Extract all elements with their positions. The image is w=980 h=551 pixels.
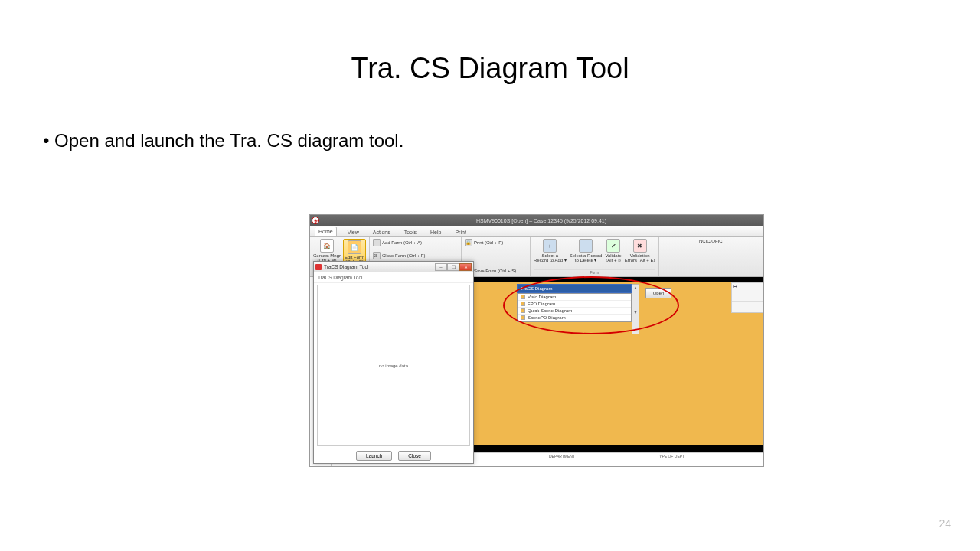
tab-print[interactable]: Print xyxy=(452,228,469,236)
save-button[interactable]: 💾Save Form (Ctrl + S) xyxy=(465,267,527,275)
app-titlebar: ❋ HSMV90010S [Open] – Case 12345 (9/25/2… xyxy=(310,215,763,226)
dropdown-scrollbar[interactable]: ▲▼ xyxy=(632,284,639,334)
dropdown-list[interactable]: Visio Diagram FPD Diagram Quick Scene Di… xyxy=(517,293,632,322)
dropdown-item[interactable]: Quick Scene Diagram xyxy=(518,308,631,315)
diagram-tool-dialog: TraCS Diagram Tool – ☐ ✕ TraCS Diagram T… xyxy=(313,261,474,464)
tab-actions[interactable]: Actions xyxy=(370,228,394,236)
close-form-button[interactable]: ⊘Close Form (Ctrl + F) xyxy=(373,252,458,259)
screenshot: ❋ HSMV90010S [Open] – Case 12345 (9/25/2… xyxy=(309,214,764,467)
tab-help[interactable]: Help xyxy=(427,228,444,236)
ribbon-group-form-label: Form xyxy=(534,269,655,275)
print-button[interactable]: 🔒Print (Ctrl + P) xyxy=(465,239,527,246)
dropdown-selected[interactable]: TraCS Diagram xyxy=(517,284,632,293)
right-panel: ↦ xyxy=(731,282,763,313)
dialog-icon xyxy=(315,264,322,270)
dialog-title: TraCS Diagram Tool xyxy=(324,264,435,269)
minimize-button[interactable]: – xyxy=(435,263,447,271)
dialog-body: no image data xyxy=(317,285,470,446)
footer-dept: DEPARTMENT xyxy=(547,453,655,466)
dialog-subtitle: TraCS Diagram Tool xyxy=(314,272,473,283)
page-number: 24 xyxy=(939,517,951,530)
maximize-button[interactable]: ☐ xyxy=(447,263,459,271)
open-button[interactable]: Open xyxy=(645,288,671,298)
ribbon-tabs: Home View Actions Tools Help Print xyxy=(310,226,763,237)
app-orb-icon[interactable]: ❋ xyxy=(312,217,319,224)
dropdown-item[interactable]: Visio Diagram xyxy=(518,294,631,301)
dialog-titlebar: TraCS Diagram Tool – ☐ ✕ xyxy=(314,262,473,272)
ncic-label: NCIC/OFIC xyxy=(662,239,760,243)
launch-button[interactable]: Launch xyxy=(356,451,392,461)
dropdown-item[interactable]: FPD Diagram xyxy=(518,301,631,308)
tab-home[interactable]: Home xyxy=(315,227,337,236)
close-window-button[interactable]: ✕ xyxy=(459,263,472,271)
tab-view[interactable]: View xyxy=(345,228,362,236)
validate-button[interactable]: ✔Validate (Alt + I) xyxy=(605,239,621,263)
select-delete-button[interactable]: －Select a Record to Delete ▾ xyxy=(570,239,603,263)
diagram-dropdown[interactable]: TraCS Diagram Visio Diagram FPD Diagram … xyxy=(517,284,632,322)
tab-tools[interactable]: Tools xyxy=(401,228,420,236)
app-title: HSMV90010S [Open] – Case 12345 (9/25/201… xyxy=(319,218,763,223)
slide-title: Tra. CS Diagram Tool xyxy=(0,52,980,85)
validation-errors-button[interactable]: ✖Validation Errors (Alt + E) xyxy=(625,239,655,263)
add-form-button[interactable]: Add Form (Ctrl + A) xyxy=(373,239,458,246)
select-add-button[interactable]: ＋Select a Record to Add ▾ xyxy=(534,239,567,263)
dropdown-item[interactable]: ScenePD Diagram xyxy=(518,315,631,321)
footer-type: TYPE OF DEPT xyxy=(655,453,763,466)
bullet-line: Open and launch the Tra. CS diagram tool… xyxy=(43,130,403,152)
close-button[interactable]: Close xyxy=(398,451,431,461)
